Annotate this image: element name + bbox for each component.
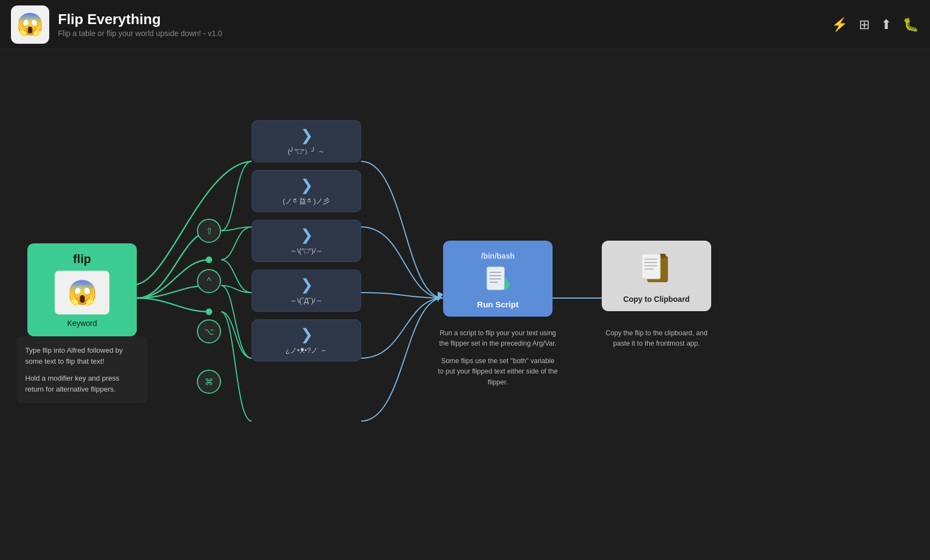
flip-arrow-icon-2: ❯ xyxy=(300,176,313,194)
flip-node-text-2: (ノಠ益ಠ)ノ彡 xyxy=(283,196,330,206)
header-text: Flip Everything Flip a table or flip you… xyxy=(58,11,832,38)
flip-node-4[interactable]: ❯ ～\(˘Д˘)/～ xyxy=(252,270,361,312)
keyword-face-icon: 😱 xyxy=(67,278,97,307)
modifier-shift[interactable]: ⇧ xyxy=(197,219,221,243)
keyword-node[interactable]: flip 😱 Keyword xyxy=(27,243,137,336)
app-subtitle: Flip a table or flip your world upside d… xyxy=(58,29,832,38)
keyword-node-image: 😱 xyxy=(55,271,109,314)
modifier-alt[interactable]: ⌥ xyxy=(197,319,221,343)
flip-arrow-icon-3: ❯ xyxy=(300,226,313,244)
clipboard-title: Copy to Clipboard xyxy=(611,295,702,304)
flip-node-2[interactable]: ❯ (ノಠ益ಠ)ノ彡 xyxy=(252,170,361,212)
keyword-node-label: Keyword xyxy=(36,319,128,328)
run-script-icon xyxy=(452,266,544,295)
lightning-icon[interactable]: ⚡ xyxy=(832,17,848,32)
run-script-desc2: Some flips use the set "both" variable t… xyxy=(438,356,558,388)
svg-marker-10 xyxy=(505,277,510,292)
modifier-cmd[interactable]: ⌘ xyxy=(197,370,221,394)
bug-icon[interactable]: 🐛 xyxy=(903,17,919,32)
run-script-node[interactable]: /bin/bash Run Script xyxy=(443,241,553,317)
flip-node-text-1: (╯°□°）╯ ～ xyxy=(288,147,325,156)
export-icon[interactable]: ⬆ xyxy=(881,17,892,32)
run-script-title: /bin/bash xyxy=(452,252,544,260)
flip-arrow-icon-5: ❯ xyxy=(300,325,313,343)
flip-node-text-5: ¿ノ•ᴥ•?ノ ～ xyxy=(286,346,327,355)
flip-node-1[interactable]: ❯ (╯°□°）╯ ～ xyxy=(252,120,361,162)
modifier-nodes: ⇧ ^ ⌥ ⌘ xyxy=(197,219,221,394)
flip-arrow-icon-1: ❯ xyxy=(300,126,313,144)
app-logo: 😱 xyxy=(11,5,49,44)
document-svg-icon xyxy=(486,266,510,295)
clipboard-svg-icon xyxy=(637,252,676,284)
flip-arrow-icon-4: ❯ xyxy=(300,276,313,294)
add-icon[interactable]: ⊞ xyxy=(859,17,870,32)
header-actions: ⚡ ⊞ ⬆ 🐛 xyxy=(832,17,919,32)
clipboard-node[interactable]: Copy to Clipboard xyxy=(602,241,711,311)
clipboard-icon xyxy=(611,252,702,290)
keyword-desc-para1: Type flip into Alfred followed by some t… xyxy=(25,345,139,366)
flip-nodes-container: ❯ (╯°□°）╯ ～ ❯ (ノಠ益ಠ)ノ彡 ❯ ～\(°□°)/～ ❯ ～\(… xyxy=(252,120,361,361)
modifier-ctrl[interactable]: ^ xyxy=(197,269,221,293)
clipboard-desc-text: Copy the flip to the clipboard, and past… xyxy=(596,328,717,349)
keyword-desc-para2: Hold a modifier key and press return for… xyxy=(25,373,139,394)
flip-node-5[interactable]: ❯ ¿ノ•ᴥ•?ノ ～ xyxy=(252,319,361,361)
flip-node-3[interactable]: ❯ ～\(°□°)/～ xyxy=(252,220,361,262)
logo-face-icon: 😱 xyxy=(16,11,44,37)
clipboard-description: Copy the flip to the clipboard, and past… xyxy=(596,328,717,349)
app-header: 😱 Flip Everything Flip a table or flip y… xyxy=(0,0,930,49)
keyword-node-title: flip xyxy=(36,252,128,266)
run-script-description: Run a script to flip your your text usin… xyxy=(438,328,558,388)
flip-node-text-3: ～\(°□°)/～ xyxy=(290,246,323,256)
workflow-canvas: flip 😱 Keyword Type flip into Alfred fol… xyxy=(0,49,930,560)
flip-node-text-4: ～\(˘Д˘)/～ xyxy=(290,296,322,306)
keyword-description: Type flip into Alfred followed by some t… xyxy=(16,336,148,403)
run-script-desc1: Run a script to flip your your text usin… xyxy=(438,328,558,349)
run-script-label: Run Script xyxy=(452,300,544,309)
app-title: Flip Everything xyxy=(58,11,832,28)
svg-marker-4 xyxy=(438,291,443,302)
